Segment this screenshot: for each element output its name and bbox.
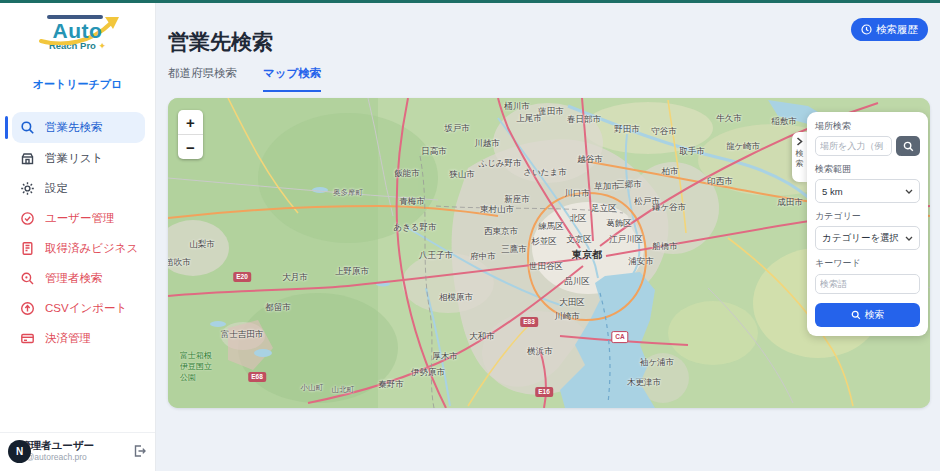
category-value: カテゴリーを選択 (822, 232, 899, 245)
handle-vertical-label: 検索 (796, 149, 804, 169)
user-email: n@autoreach.pro (21, 452, 87, 462)
building-document-icon (20, 241, 35, 256)
panel-collapse-handle[interactable]: 検索 (792, 132, 807, 182)
search-history-button[interactable]: 検索履歴 (851, 18, 928, 41)
sidebar-item-sales-search[interactable]: 営業先検索 (12, 112, 145, 143)
sidebar-item-acquired-business-list[interactable]: 取得済みビジネス一覧 (12, 234, 145, 263)
logout-icon[interactable] (132, 444, 146, 462)
zoom-in-button[interactable]: + (178, 110, 203, 134)
panel-search-button[interactable]: 検索 (815, 303, 920, 327)
app-name: オートリーチプロ (0, 77, 155, 92)
keyword-label: キーワード (815, 257, 920, 270)
sidebar-item-label: 管理者検索 (45, 271, 103, 286)
keyword-input[interactable] (815, 274, 920, 294)
chevron-down-icon (905, 236, 913, 241)
clock-icon (861, 24, 872, 35)
search-icon (851, 310, 861, 320)
sidebar-item-label: ユーザー管理 (45, 211, 115, 226)
sidebar-item-payment-management[interactable]: 決済管理 (12, 324, 145, 353)
sidebar-item-label: 決済管理 (45, 331, 91, 346)
location-input[interactable] (815, 136, 892, 156)
sidebar-item-settings[interactable]: 設定 (12, 174, 145, 203)
range-select[interactable]: 5 km (815, 179, 920, 203)
search-icon (903, 141, 914, 152)
sidebar-item-label: 営業先検索 (45, 120, 103, 135)
star-icon: ✦ (99, 41, 107, 51)
top-accent-bar (0, 0, 940, 3)
app-window: Auto Reach Pro ✦ オートリーチプロ 営業先検索 営業リスト (0, 0, 940, 471)
sidebar-item-label: CSVインポート (45, 301, 127, 316)
sidebar-item-user-management[interactable]: ユーザー管理 (12, 204, 145, 233)
sidebar-item-admin-search[interactable]: 管理者検索 (12, 264, 145, 293)
chevron-down-icon (905, 189, 913, 194)
brand-logo: Auto Reach Pro ✦ (23, 13, 133, 69)
sidebar-item-label: 設定 (45, 181, 68, 196)
category-label: カテゴリー (815, 210, 920, 223)
storefront-icon (20, 151, 35, 166)
sidebar-item-label: 営業リスト (45, 151, 103, 166)
map-search-panel: 場所検索 検索範囲 5 km カテゴリー カテゴリーを選択 キーワード (807, 112, 928, 336)
sidebar-item-label: 取得済みビジネス一覧 (45, 241, 137, 256)
category-select[interactable]: カテゴリーを選択 (815, 226, 920, 250)
sidebar-item-sales-list[interactable]: 営業リスト (12, 144, 145, 173)
range-value: 5 km (822, 186, 843, 197)
upload-icon (20, 301, 35, 316)
avatar: N (8, 440, 31, 463)
search-icon (20, 120, 35, 135)
sidebar: Auto Reach Pro ✦ オートリーチプロ 営業先検索 営業リスト (0, 3, 156, 471)
page-title: 営業先検索 (168, 28, 273, 56)
search-history-label: 検索履歴 (876, 23, 918, 37)
chevron-right-icon (796, 137, 803, 146)
range-label: 検索範囲 (815, 163, 920, 176)
user-check-icon (20, 211, 35, 226)
sidebar-menu: 営業先検索 営業リスト 設定 ユーザー管理 (0, 112, 155, 353)
active-indicator-bar (5, 116, 8, 139)
panel-search-label: 検索 (865, 308, 885, 322)
tab-prefecture-search[interactable]: 都道府県検索 (168, 66, 237, 92)
map-container[interactable]: 富士箱根伊豆国立公園 桶川市蓮田市上尾市春日部市野田市牛久市稲敷市守谷市坂戸市川… (168, 98, 930, 408)
user-name: 管理者ユーザー (20, 439, 94, 453)
credit-card-icon (20, 331, 35, 346)
logo-text-auto: Auto (53, 19, 103, 42)
user-block: 管理者ユーザー n@autoreach.pro N (0, 432, 155, 471)
gear-icon (20, 181, 35, 196)
location-search-label: 場所検索 (815, 120, 920, 133)
tab-map-search[interactable]: マップ検索 (263, 66, 321, 92)
zoom-out-button[interactable]: − (178, 135, 203, 159)
tab-bar: 都道府県検索 マップ検索 (168, 66, 321, 92)
sidebar-item-csv-import[interactable]: CSVインポート (12, 294, 145, 323)
admin-search-icon (20, 271, 35, 286)
location-search-button[interactable] (896, 136, 920, 156)
map-zoom-control: + − (178, 110, 203, 159)
